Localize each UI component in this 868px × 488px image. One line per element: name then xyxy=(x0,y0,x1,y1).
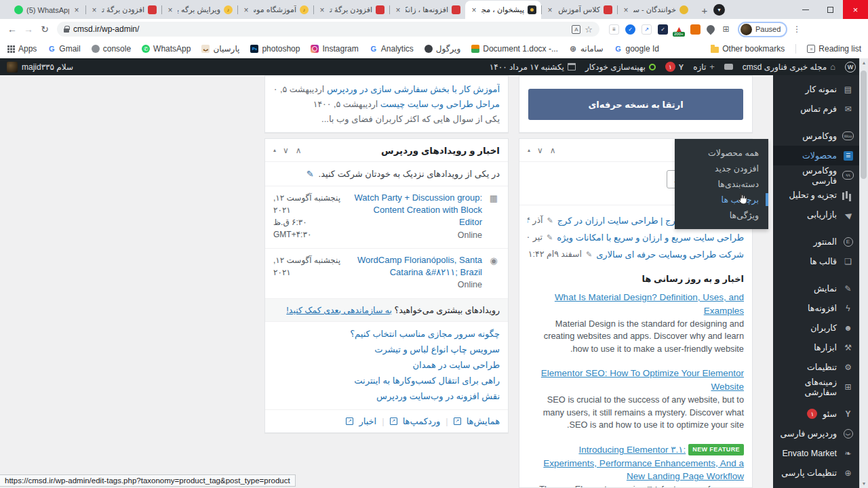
close-window-button[interactable]: × xyxy=(843,0,868,19)
tab-add-new-page-1[interactable]: × افزودن برگهٔ تازه xyxy=(85,1,161,19)
sidebar-item-appearance[interactable]: ✎نمایش xyxy=(773,279,859,298)
tab-close-icon[interactable]: × xyxy=(394,5,402,15)
sidebar-item-products[interactable]: ☰محصولات xyxy=(773,146,859,165)
sidebar-item-contact-form[interactable]: ✉فرم تماس xyxy=(773,99,859,119)
tab-close-icon[interactable]: × xyxy=(166,5,174,15)
news-link[interactable]: چگونه سرور مجازی مناسب انتخاب کنیم؟ xyxy=(350,329,500,339)
wordcamps-link[interactable]: وردکمپ‌ها xyxy=(403,416,441,426)
tab-close-icon[interactable]: × xyxy=(73,5,81,15)
tab-whatsapp[interactable]: (5) WhatsApp × xyxy=(9,1,85,19)
sidebar-item-settings[interactable]: ⚙تنظیمات xyxy=(773,357,859,377)
help-organize-link[interactable]: به سازماندهی بعدی کمک کنید! xyxy=(286,306,392,315)
tab-training-class[interactable]: × کلاس آموزش گ xyxy=(541,1,617,19)
tab-music-school[interactable]: × آموزشگاه موس ♪ xyxy=(237,1,313,19)
sidebar-item-users[interactable]: ☻کاربران xyxy=(773,318,859,338)
bookmark-photoshop[interactable]: Psphotoshop xyxy=(250,44,300,54)
tab-close-icon[interactable]: × xyxy=(546,5,554,15)
event-link[interactable]: WordCamp Florianópolis, Santa Catarina &… xyxy=(357,255,482,277)
reading-list[interactable]: ≡Reading list xyxy=(807,44,861,54)
bookmark-analytics[interactable]: GAnalytics xyxy=(370,44,414,54)
bookmark-document[interactable]: Document 1.docx -... xyxy=(471,44,558,54)
news-link[interactable]: طراحی سایت در همدان xyxy=(413,360,500,370)
news-link[interactable]: سرویس چاپ انواع لباس و تیشرت xyxy=(374,344,500,354)
bookmark-virgool[interactable]: ویرگول xyxy=(425,44,460,54)
widget-collapse-up-icon[interactable]: ∧ xyxy=(296,146,302,155)
sidebar-item-envato-market[interactable]: ❧Envato Market xyxy=(773,443,859,463)
comments-menu[interactable] xyxy=(724,64,733,70)
extensions-puzzle-icon[interactable]: ⊞ xyxy=(721,24,731,35)
minimize-button[interactable] xyxy=(793,0,818,19)
sidebar-item-marketing[interactable]: ◀بازاریابی xyxy=(773,205,859,224)
upgrade-pro-button[interactable]: ارتقا به نسخه حرفه‌ای xyxy=(528,89,743,120)
sidebar-item-woocommerce[interactable]: Wooووکامرس xyxy=(773,126,859,146)
flyout-item-attributes[interactable]: ویژگی‌ها xyxy=(675,207,768,223)
reload-button[interactable]: ↻ xyxy=(37,24,53,35)
new-content-menu[interactable]: +تازه xyxy=(693,62,715,72)
bookmark-samaneh[interactable]: ⊕سامانه xyxy=(569,44,604,54)
news-title-link[interactable]: Elementor SEO: How To Optimize Your Elem… xyxy=(541,368,744,392)
location-pin-extension-icon[interactable] xyxy=(705,24,717,35)
meetups-link[interactable]: همایش‌ها xyxy=(467,416,500,426)
flyout-item-categories[interactable]: دسته‌بندی‌ها xyxy=(675,176,768,192)
bookmark-gmail[interactable]: GGmail xyxy=(47,44,80,54)
translate-icon[interactable]: A xyxy=(572,25,580,34)
tab-add-new-page-2[interactable]: × افزودن برگهٔ تازه xyxy=(313,1,389,19)
tab-plugins-zhaako[interactable]: × افزونه‌ها ، زانکو xyxy=(389,1,465,19)
ssl-lock-icon[interactable] xyxy=(64,28,69,33)
bookmark-apps[interactable]: Apps xyxy=(7,44,37,54)
news-title-link[interactable]: What Is Material Design? Definition, Use… xyxy=(555,292,744,316)
tab-dashboard-active[interactable]: × پیشخوان ، مجله xyxy=(465,1,541,19)
navy-check-extension-icon[interactable]: ✓ xyxy=(658,24,668,35)
orange-extension-icon[interactable] xyxy=(690,24,701,35)
bookmark-star-icon[interactable]: ☆ xyxy=(585,24,593,35)
sidebar-item-parsi-settings[interactable]: ⊕تنظیمات پارسی xyxy=(773,463,859,483)
sidebar-item-wp-farsi[interactable]: پوردپرس فارسی xyxy=(773,424,859,443)
profile-paused-pill[interactable]: Paused xyxy=(738,22,787,37)
sidebar-item-elementor[interactable]: Eالمنتور xyxy=(773,232,859,251)
chart-extension-icon[interactable]: ↗ xyxy=(642,24,652,35)
site-name-menu[interactable]: ⌂مجله خبری فناوری cmsd xyxy=(743,62,835,72)
back-button[interactable]: ← xyxy=(4,24,20,35)
wp-logo-menu[interactable]: W xyxy=(845,62,856,73)
draft-link[interactable]: طراحی سایت سریع و ارزان و سریع با امکانا… xyxy=(557,229,744,246)
sidebar-item-woocommerce-farsi[interactable]: ۹۹ووکامرس فارسی xyxy=(773,165,859,185)
check-extension-icon[interactable]: ✓ xyxy=(625,24,635,35)
flyout-item-tags[interactable]: برچسب ها xyxy=(675,192,768,207)
bookmark-console[interactable]: console xyxy=(92,44,131,54)
yoast-menu[interactable]: Y۱ xyxy=(665,62,684,72)
address-bar[interactable]: cmsd.ir/wp-admin/ A ☆ xyxy=(57,22,599,37)
tab-edit-page[interactable]: × ویرایش برگه با ا ♪ xyxy=(161,1,237,19)
admin-bar-account[interactable]: سلام majid۳۳۵ xyxy=(0,62,73,73)
maximize-button[interactable] xyxy=(818,0,843,19)
sidebar-item-portfolio[interactable]: ▤نمونه کار xyxy=(773,79,859,99)
sidebar-item-plugins[interactable]: ϟافزونه‌ها xyxy=(773,298,859,318)
tab-singers[interactable]: × خوانندگان - سا xyxy=(617,1,693,19)
scrollbar-thumb[interactable] xyxy=(861,70,867,179)
post-link[interactable]: مراحل طراحی وب سایت چیست xyxy=(380,99,500,109)
alert-extension-icon[interactable]: ▲200+ xyxy=(674,24,684,35)
new-tab-button[interactable]: + xyxy=(696,1,713,19)
tab-close-icon[interactable]: × xyxy=(622,5,630,15)
auto-optimize-menu[interactable]: بهینه‌سازی خودکار xyxy=(585,62,656,72)
news-link[interactable]: راهی برای انتقال کسب‌وکارها به اینترنت xyxy=(354,375,500,386)
sidebar-item-tools[interactable]: ⚒ابزارها xyxy=(773,338,859,357)
scroll-down-arrow[interactable]: ▾ xyxy=(863,481,865,487)
sidebar-item-analytics[interactable]: تجزیه و تحلیل xyxy=(773,185,859,205)
date-menu[interactable]: یکشنبه ۱۷ مرداد ۱۴۰۰ xyxy=(490,62,576,72)
news-footer-link[interactable]: اخبار xyxy=(359,416,376,426)
widget-collapse-down-icon[interactable]: ∨ xyxy=(283,146,289,155)
widget-collapse-down-icon[interactable]: ∨ xyxy=(537,146,543,155)
bookmark-instagram[interactable]: Instagram xyxy=(311,44,358,54)
flyout-item-all-products[interactable]: همه محصولات xyxy=(675,145,768,161)
draft-link[interactable]: شرکت طراحی وبسایت حرفه ای سالاری xyxy=(596,246,744,263)
bookmark-whatsapp[interactable]: ✆WhatsApp xyxy=(142,44,191,54)
flyout-item-add-new[interactable]: افزودن جدید xyxy=(675,161,768,176)
forward-button[interactable]: → xyxy=(20,24,37,35)
scroll-up-arrow[interactable]: ▴ xyxy=(863,60,865,66)
edit-location-icon[interactable]: ✎ xyxy=(307,169,314,179)
browser-menu-icon[interactable]: ⋮ xyxy=(793,24,801,34)
sidebar-item-seo[interactable]: Yسئو۱ xyxy=(773,404,859,424)
widget-order-icon[interactable]: ▴ xyxy=(528,147,530,153)
tab-close-icon[interactable]: × xyxy=(318,5,326,15)
other-bookmarks[interactable]: Other bookmarks xyxy=(711,44,785,54)
